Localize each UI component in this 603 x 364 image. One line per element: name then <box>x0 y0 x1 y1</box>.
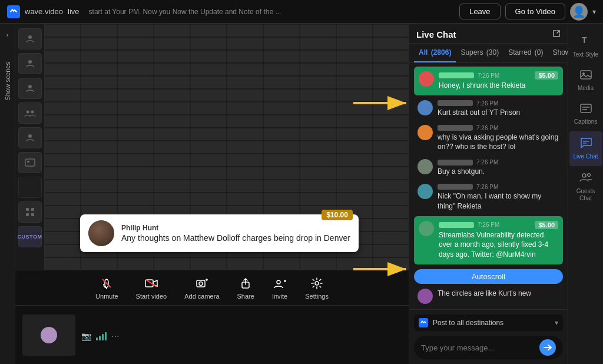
chat-tab-all[interactable]: All (2806) <box>414 44 456 62</box>
chat-name-3 <box>438 125 473 131</box>
settings-button[interactable]: Settings <box>305 276 329 300</box>
live-label: live <box>68 7 79 16</box>
chat-tabs: All (2806) Supers (30) Starred (0) Showr <box>409 44 568 63</box>
avatar-chevron[interactable]: ▾ <box>592 8 596 16</box>
chat-tab-showr[interactable]: Showr <box>548 44 568 62</box>
autoscroll-button[interactable]: Autoscroll <box>414 269 563 284</box>
preview-controls: 📷 ··· <box>81 331 119 342</box>
chat-body-2: 7:26 PM Kurt strait out of YT Prison <box>438 100 559 118</box>
right-panel: Live Chat All (2806) Supers (30) Starred <box>409 24 568 364</box>
svg-rect-26 <box>581 71 591 79</box>
chat-message-3: 7:26 PM why is viva asking people what's… <box>414 123 563 155</box>
scene-slot-3[interactable] <box>18 78 42 99</box>
add-camera-button[interactable]: Add camera <box>184 276 219 300</box>
chat-text-6: Streamlabs Vulnerability detected over a… <box>439 230 558 260</box>
leave-button[interactable]: Leave <box>459 4 500 19</box>
scene-slot-2[interactable] <box>18 53 42 74</box>
destination-text: Post to all destinations <box>433 319 550 327</box>
bottom-preview-area: 📷 ··· <box>15 305 409 364</box>
chat-text-7: The circles are like Kurt's new <box>438 289 559 299</box>
more-options-icon[interactable]: ··· <box>111 331 119 342</box>
chat-meta-5: 7:26 PM <box>438 184 559 190</box>
chat-avatar-1 <box>419 71 434 87</box>
show-scenes-label[interactable]: Show scenes <box>4 62 11 100</box>
chevron-down-icon: ▾ <box>555 319 558 327</box>
tool-captions[interactable]: Captions <box>569 98 602 131</box>
chat-avatar-4 <box>418 159 433 174</box>
svg-point-3 <box>26 111 29 114</box>
live-chat-tool-icon <box>580 137 592 151</box>
camera-preview-icon[interactable]: 📷 <box>81 332 91 341</box>
header-left: wave.video live start at Your PM. Now yo… <box>7 5 281 18</box>
tool-text-style[interactable]: T Text Style <box>569 28 602 64</box>
super-chat-name: Philip Hunt <box>121 224 350 232</box>
guests-chat-label: Guests Chat <box>572 188 600 202</box>
scene-slot-custom[interactable]: CUSTOM <box>18 226 42 247</box>
svg-rect-7 <box>27 161 29 163</box>
scene-slot-6[interactable] <box>18 152 42 173</box>
unmute-button[interactable]: Unmute <box>95 276 118 300</box>
start-video-label: Start video <box>136 293 167 300</box>
chat-tab-starred[interactable]: Starred (0) <box>503 44 548 62</box>
chat-text-3: why is viva asking people what's going o… <box>438 133 559 153</box>
chat-text-1: Honey, I shrunk the Rekieta <box>439 81 558 91</box>
chat-body-3: 7:26 PM why is viva asking people what's… <box>438 125 559 153</box>
scene-slot-4[interactable] <box>18 102 42 124</box>
chat-meta-2: 7:26 PM <box>438 100 559 107</box>
start-video-button[interactable]: Start video <box>136 276 167 300</box>
invite-icon <box>273 276 287 290</box>
scene-slot-empty[interactable] <box>18 177 42 198</box>
svg-point-21 <box>277 280 280 284</box>
scene-slot-1[interactable] <box>18 28 42 49</box>
chat-body-6: 7:26 PM $5.00 Streamlabs Vulnerability d… <box>439 221 558 260</box>
tool-guests-chat[interactable]: Guests Chat <box>569 166 602 208</box>
user-avatar[interactable]: 👤 <box>570 3 588 21</box>
chat-body-7: The circles are like Kurt's new <box>438 289 559 299</box>
tool-live-chat[interactable]: Live Chat <box>569 131 602 166</box>
invite-label: Invite <box>272 293 287 300</box>
guests-chat-icon <box>579 172 592 186</box>
svg-point-17 <box>199 282 203 285</box>
chat-text-5: Nick "Oh man, I want to show my thing" R… <box>438 191 559 211</box>
chat-time-4: 7:26 PM <box>476 159 498 166</box>
chat-tab-supers[interactable]: Supers (30) <box>456 44 503 62</box>
media-label: Media <box>578 85 594 92</box>
message-input-row <box>414 336 563 359</box>
chat-message-1: 7:26 PM $5.00 Honey, I shrunk the Rekiet… <box>414 67 563 95</box>
chat-name-1 <box>439 72 474 78</box>
live-chat-tool-label: Live Chat <box>573 153 598 160</box>
scene-slot-5[interactable] <box>18 127 42 148</box>
wave-logo-small <box>419 318 428 327</box>
send-message-button[interactable] <box>539 339 556 356</box>
super-chat-overlay: $10.00 Philip Hunt Any thoughts on Matth… <box>80 214 359 252</box>
chat-time-2: 7:26 PM <box>476 100 498 107</box>
share-button[interactable]: Share <box>237 276 254 300</box>
chat-time-1: 7:26 PM <box>478 72 499 79</box>
svg-rect-10 <box>26 213 29 216</box>
invite-button[interactable]: Invite <box>272 276 287 300</box>
chat-message-4: 7:26 PM Buy a shotgun. <box>414 157 563 179</box>
svg-rect-16 <box>197 280 205 287</box>
chat-avatar-2 <box>418 100 433 115</box>
destination-selector[interactable]: Post to all destinations ▾ <box>414 315 563 331</box>
chat-footer: Post to all destinations ▾ <box>409 309 568 364</box>
captions-label: Captions <box>574 118 597 125</box>
stream-title: start at Your PM. Now you Now the Update… <box>89 8 281 16</box>
app-header: wave.video live start at Your PM. Now yo… <box>0 0 603 24</box>
go-to-video-button[interactable]: Go to Video <box>505 4 565 19</box>
main-area: › Show scenes <box>0 24 603 364</box>
tool-media[interactable]: Media <box>569 64 602 98</box>
start-video-icon <box>144 276 158 290</box>
media-icon <box>580 70 592 82</box>
live-chat-title: Live Chat <box>416 29 456 39</box>
preview-controls-wrapper: 📷 ··· <box>81 329 119 342</box>
preview-avatar-circle <box>41 327 57 343</box>
settings-icon <box>310 276 324 290</box>
logo-text: wave.video <box>25 7 63 16</box>
chat-name-6 <box>439 222 474 228</box>
chat-avatar-6 <box>419 221 434 236</box>
message-input[interactable] <box>421 343 535 352</box>
sidebar-collapse-arrow[interactable]: › <box>6 32 8 38</box>
external-link-icon[interactable] <box>552 29 561 39</box>
scene-slot-grid[interactable] <box>18 201 42 223</box>
